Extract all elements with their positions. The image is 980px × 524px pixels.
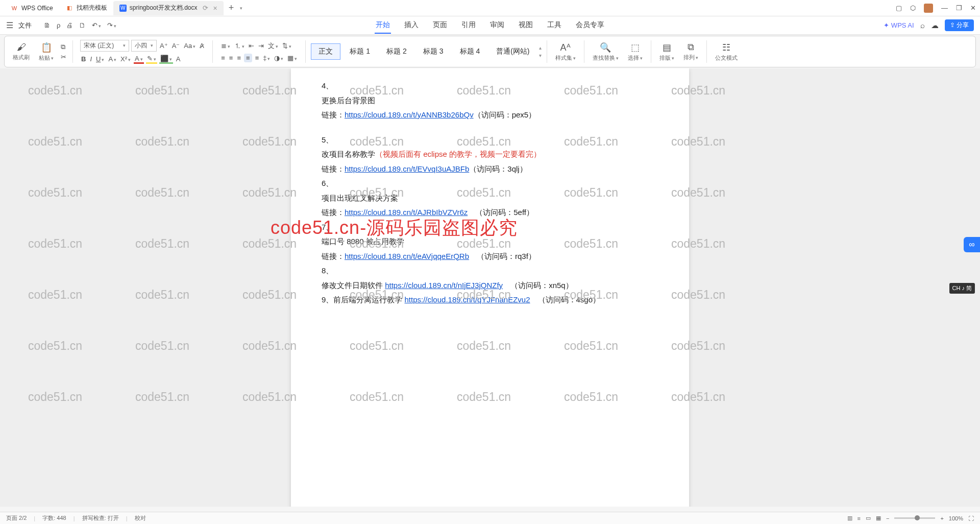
find-replace-button[interactable]: 🔍 查找替换▾: [590, 42, 622, 62]
fullscreen-icon[interactable]: ⛶: [968, 515, 974, 521]
refresh-icon[interactable]: ⟳: [203, 4, 208, 12]
font-color-icon[interactable]: A▾: [134, 55, 144, 64]
minimize-icon[interactable]: —: [941, 4, 948, 12]
tab-tools[interactable]: 工具: [546, 17, 562, 34]
char-border-icon[interactable]: A: [175, 55, 182, 63]
export-icon[interactable]: ρ: [56, 21, 61, 29]
underline-icon[interactable]: U▾: [95, 55, 105, 63]
align-right-icon[interactable]: ≡: [236, 54, 242, 62]
status-proof[interactable]: 校对: [135, 514, 146, 522]
font-name-select[interactable]: 宋体 (正文)▾: [80, 40, 129, 52]
document-workspace[interactable]: 4、 更换后台背景图 链接：https://cloud.189.cn/t/yAN…: [0, 68, 980, 507]
zoom-out-icon[interactable]: −: [886, 515, 889, 521]
undo-icon[interactable]: ↶▾: [91, 21, 102, 29]
align-center-icon[interactable]: ≡: [228, 54, 234, 62]
bullet-list-icon[interactable]: ≣▾: [220, 42, 231, 50]
tab-insert[interactable]: 插入: [403, 17, 420, 34]
text-direction-icon[interactable]: 文▾: [267, 41, 279, 51]
style-body[interactable]: 正文: [311, 43, 340, 60]
status-words[interactable]: 字数: 448: [42, 514, 66, 522]
link[interactable]: https://cloud.189.cn/t/eAVjqqeErQRb: [345, 252, 469, 260]
avatar-icon[interactable]: [924, 4, 933, 13]
borders-icon[interactable]: ▦▾: [286, 54, 298, 62]
tab-member[interactable]: 会员专享: [575, 17, 605, 34]
zoom-in-icon[interactable]: +: [940, 515, 943, 521]
decrease-indent-icon[interactable]: ⇤: [248, 42, 255, 50]
style-scroll-down-icon[interactable]: ▾: [539, 53, 542, 58]
style-set-button[interactable]: Aᴬ 样式集▾: [552, 42, 579, 62]
new-tab-button[interactable]: +: [224, 3, 239, 13]
link[interactable]: https://cloud.189.cn/t/qYJFnanEZvu2: [405, 295, 530, 304]
print-preview-icon[interactable]: 🗋: [78, 21, 87, 29]
close-tab-icon[interactable]: ×: [213, 4, 217, 12]
link[interactable]: https://cloud.189.cn/t/EVvqI3uAJBFb: [345, 164, 469, 173]
clear-format-icon[interactable]: A̷: [199, 42, 205, 50]
document-content[interactable]: 4、 更换后台背景图 链接：https://cloud.189.cn/t/yAN…: [322, 79, 658, 307]
template-tab[interactable]: ◧ 找稻壳模板: [59, 1, 113, 15]
view-mode-icon[interactable]: ▦: [876, 515, 881, 521]
arrange-button[interactable]: ⧉ 排列▾: [680, 42, 701, 61]
document-page[interactable]: 4、 更换后台背景图 链接：https://cloud.189.cn/t/yAN…: [291, 68, 689, 507]
tab-start[interactable]: 开始: [375, 17, 391, 34]
cut-icon[interactable]: ✂: [60, 53, 67, 61]
print-icon[interactable]: 🖨: [65, 21, 74, 29]
view-mode-icon[interactable]: ≡: [857, 515, 861, 521]
style-web[interactable]: 普通(网站): [489, 44, 536, 59]
cube-icon[interactable]: ⬡: [910, 4, 916, 12]
font-size-select[interactable]: 小四▾: [131, 40, 157, 52]
para-shading-icon[interactable]: ◑▾: [273, 54, 284, 62]
zoom-slider[interactable]: [894, 517, 935, 519]
redo-icon[interactable]: ↷▾: [106, 21, 117, 29]
file-menu[interactable]: 文件: [15, 20, 35, 31]
wps-ai-button[interactable]: ✦WPS AI: [884, 21, 914, 29]
increase-font-icon[interactable]: A⁺: [159, 42, 169, 50]
save-icon[interactable]: 🗎: [43, 21, 52, 29]
align-justify-icon[interactable]: ≡: [244, 54, 252, 62]
decrease-font-icon[interactable]: A⁻: [171, 42, 181, 50]
style-h2[interactable]: 标题 2: [379, 44, 414, 59]
share-button[interactable]: ⇪ 分享: [945, 19, 974, 31]
copy-icon[interactable]: ⧉: [60, 43, 67, 51]
status-spell[interactable]: 拼写检查: 打开: [82, 514, 119, 522]
view-mode-icon[interactable]: ▭: [866, 515, 871, 521]
tab-page[interactable]: 页面: [432, 17, 448, 34]
italic-icon[interactable]: I: [89, 55, 93, 63]
link[interactable]: https://cloud.189.cn/t/yANNB3b26bQv: [345, 110, 474, 119]
paste-group[interactable]: 📋 粘贴▾: [36, 42, 57, 62]
sort-icon[interactable]: ⇅▾: [281, 42, 292, 50]
style-h3[interactable]: 标题 3: [416, 44, 451, 59]
bold-icon[interactable]: B: [80, 55, 87, 63]
document-tab[interactable]: W springboot开发文档.docx ⟳ ×: [113, 1, 224, 15]
select-button[interactable]: ⬚ 选择▾: [625, 42, 646, 62]
layout-button[interactable]: ▤ 排版▾: [656, 42, 677, 62]
view-mode-icon[interactable]: ▥: [847, 515, 852, 521]
maximize-icon[interactable]: ❐: [956, 4, 962, 12]
zoom-value[interactable]: 100%: [949, 515, 963, 521]
side-panel-toggle[interactable]: ∞: [964, 237, 980, 252]
style-h4[interactable]: 标题 4: [453, 44, 487, 59]
distribute-icon[interactable]: ≡: [254, 54, 260, 62]
close-icon[interactable]: ✕: [970, 4, 976, 12]
align-left-icon[interactable]: ≡: [220, 54, 226, 62]
status-page[interactable]: 页面 2/2: [6, 514, 27, 522]
style-scroll-up-icon[interactable]: ▴: [539, 45, 542, 51]
format-painter-group[interactable]: 🖌 格式刷: [10, 42, 33, 61]
increase-indent-icon[interactable]: ⇥: [257, 42, 265, 50]
highlight-icon[interactable]: ✎▾: [146, 55, 157, 64]
ime-indicator[interactable]: CH ♪ 简: [949, 283, 975, 294]
link[interactable]: https://cloud.189.cn/t/nIjEJ3jQNZfy: [385, 281, 503, 290]
tab-view[interactable]: 视图: [518, 17, 534, 34]
window-mode-icon[interactable]: ▢: [896, 4, 902, 12]
tab-review[interactable]: 审阅: [489, 17, 505, 34]
tab-dropdown-icon[interactable]: ▾: [240, 6, 242, 11]
app-tab[interactable]: W WPS Office: [4, 1, 59, 15]
change-case-icon[interactable]: Aa▾: [183, 42, 197, 50]
line-spacing-icon[interactable]: ‡▾: [262, 54, 271, 62]
search-icon[interactable]: ⌕: [920, 21, 925, 30]
gov-mode-button[interactable]: ☷ 公文模式: [712, 42, 741, 62]
shading-icon[interactable]: ⬛▾: [159, 55, 173, 64]
tab-reference[interactable]: 引用: [460, 17, 477, 34]
link[interactable]: https://cloud.189.cn/t/AJRbIbVZVr6z: [345, 208, 468, 217]
style-h1[interactable]: 标题 1: [342, 44, 377, 59]
number-list-icon[interactable]: ⒈▾: [233, 41, 246, 51]
